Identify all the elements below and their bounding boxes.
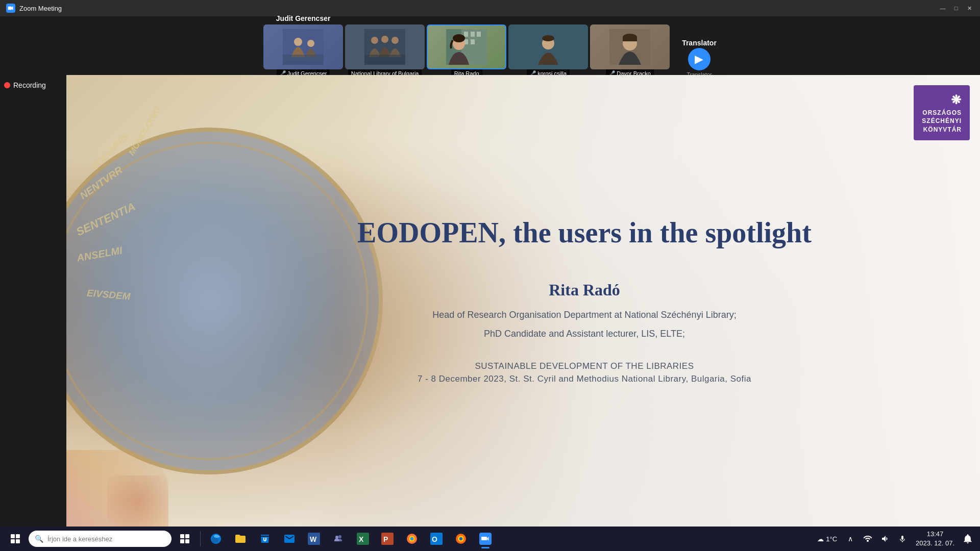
word-app-button[interactable]: W xyxy=(303,528,325,550)
left-sidebar: Recording xyxy=(0,75,66,527)
participant-judit-video xyxy=(263,24,343,69)
excel-app-button[interactable]: X xyxy=(352,528,374,550)
participants-bar: Judit Gerencser 🎤 Judit Gere xyxy=(0,16,980,75)
minimize-button[interactable]: — xyxy=(938,4,947,13)
firefox-app-button[interactable] xyxy=(401,528,423,550)
svg-text:X: X xyxy=(359,535,364,543)
slide-presenter-name: Rita Radó xyxy=(549,281,620,299)
taskbar-search-bar[interactable]: 🔍 xyxy=(29,531,172,547)
slide-subtitle1: Head of Research Organisation Department… xyxy=(432,308,736,322)
show-hidden-icons-button[interactable]: ∧ xyxy=(842,531,859,547)
participant-korosi-video xyxy=(508,24,588,69)
maximize-button[interactable]: □ xyxy=(951,4,961,13)
participant-davor-video xyxy=(590,24,670,69)
participant-korosi: 🎤 korosi.csilla xyxy=(508,22,588,78)
task-view-button[interactable] xyxy=(174,528,196,550)
participant-judit-name-above: Judit Gerencser xyxy=(276,14,331,22)
participant-davor: 🎤 Davor Bracko xyxy=(590,22,670,78)
svg-text:W: W xyxy=(310,535,317,543)
svg-rect-24 xyxy=(623,37,637,41)
teams-app-button[interactable] xyxy=(327,528,350,550)
close-button[interactable]: ✕ xyxy=(965,4,974,13)
svg-point-2 xyxy=(307,40,314,47)
svg-text:O: O xyxy=(432,535,437,543)
zoom-app-button[interactable] xyxy=(474,528,497,550)
system-tray: ☁ 1°C ∧ 13:47 2023. 12. 07. xyxy=(813,530,976,548)
svg-rect-27 xyxy=(180,539,184,543)
svg-point-6 xyxy=(381,36,388,43)
svg-rect-11 xyxy=(464,32,468,37)
microphone-icon[interactable] xyxy=(894,531,911,547)
clock-date: 2023. 12. 07. xyxy=(916,539,954,548)
svg-point-39 xyxy=(410,537,413,540)
zoom-meeting-window: Judit Gerencser 🎤 Judit Gere xyxy=(0,16,980,527)
search-icon: 🔍 xyxy=(35,535,43,543)
participant-rita-video xyxy=(427,24,506,69)
titlebar-title: Zoom Meeting xyxy=(19,5,62,12)
svg-point-1 xyxy=(294,38,302,46)
windows-logo-icon xyxy=(11,534,20,543)
weather-icon: ☁ xyxy=(817,535,824,543)
slide-area: VOLVMNIS NENTVRR SENTENTIA ANSELMI MONOL… xyxy=(66,75,980,527)
file-explorer-app-button[interactable] xyxy=(229,528,252,550)
participant-national-library: National Library of Bulgaria xyxy=(345,22,425,78)
content-area: Recording VOLVMNIS NENTVRR SENTENTIA ANS… xyxy=(0,75,980,527)
sound-icon[interactable] xyxy=(877,531,893,547)
firefox2-app-button[interactable] xyxy=(450,528,472,550)
svg-text:P: P xyxy=(383,535,388,543)
svg-point-44 xyxy=(459,537,462,540)
participant-natlib-video xyxy=(345,24,425,69)
translator-label: Translator xyxy=(682,39,717,47)
edge-app-button[interactable] xyxy=(205,528,227,550)
weather-temperature: 1°C xyxy=(826,535,837,543)
svg-rect-15 xyxy=(471,39,475,44)
svg-rect-12 xyxy=(471,32,475,37)
svg-rect-13 xyxy=(477,32,481,37)
translator-arrow-button[interactable]: ▶ xyxy=(688,48,710,70)
svg-point-20 xyxy=(542,35,554,41)
mail-app-button[interactable] xyxy=(278,528,301,550)
participant-judit: Judit Gerencser 🎤 Judit Gere xyxy=(263,14,343,78)
search-input[interactable] xyxy=(47,535,165,543)
start-button[interactable] xyxy=(4,528,27,550)
svg-point-7 xyxy=(391,37,399,44)
network-icon[interactable] xyxy=(860,531,876,547)
recording-dot-icon xyxy=(4,82,10,88)
svg-rect-26 xyxy=(185,534,189,538)
taskbar: 🔍 W X P O xyxy=(0,527,980,551)
system-clock[interactable]: 13:47 2023. 12. 07. xyxy=(912,530,959,548)
svg-point-5 xyxy=(371,37,378,44)
translator-panel: Translator ▶ Translator xyxy=(682,39,717,78)
svg-rect-3 xyxy=(283,55,324,65)
slide-content: EODOPEN, the users in the spotlight Rita… xyxy=(66,75,980,527)
outlook-app-button[interactable]: O xyxy=(425,528,448,550)
recording-label: Recording xyxy=(13,81,46,89)
slide-event-name: SUSTAINABLE DEVELOPMENT OF THE LIBRARIES… xyxy=(418,360,751,386)
recording-indicator: Recording xyxy=(4,81,46,89)
svg-point-31 xyxy=(338,535,341,538)
clock-time: 13:47 xyxy=(927,530,944,539)
notifications-button[interactable] xyxy=(960,531,976,547)
slide-title: EODOPEN, the users in the spotlight xyxy=(357,216,812,250)
svg-point-17 xyxy=(453,34,465,42)
weather-widget[interactable]: ☁ 1°C xyxy=(813,535,841,543)
svg-rect-25 xyxy=(180,534,184,538)
powerpoint-app-button[interactable]: P xyxy=(376,528,399,550)
store-app-button[interactable] xyxy=(254,528,276,550)
taskbar-divider xyxy=(200,531,201,546)
participant-rita: Rita Rado xyxy=(427,22,506,78)
zoom-logo-icon xyxy=(6,4,15,13)
svg-rect-8 xyxy=(364,55,405,65)
svg-rect-28 xyxy=(185,539,189,543)
slide-subtitle2: PhD Candidate and Assistant lecturer, LI… xyxy=(484,327,685,341)
